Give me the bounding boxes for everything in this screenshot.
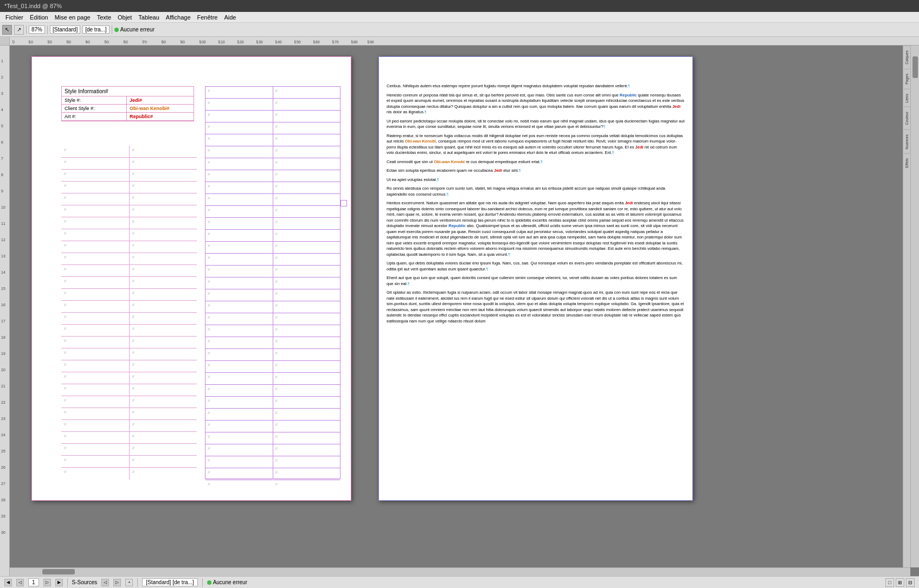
page-number-input[interactable]: 1 <box>28 578 39 586</box>
status-separator-2 <box>137 578 138 587</box>
rtick-60: 60 <box>124 40 128 44</box>
panel-tab-effets[interactable]: Effets <box>904 153 910 172</box>
sources-nav-prev[interactable]: ◁ <box>101 579 109 586</box>
right-page-text: Ceribus. Nihiliquis autem etus eatempo r… <box>387 83 685 327</box>
toolbar-separator <box>26 25 27 34</box>
panel-tab-couleur[interactable]: Couleur <box>904 107 910 130</box>
hash-rows-left: ## ## ## ## ## ## ## ## ## ## ## ## ## #… <box>61 146 197 480</box>
menu-affichage[interactable]: Affichage <box>163 14 194 21</box>
app-title: *Test_01.indd @ 87% <box>4 3 62 9</box>
para-8: Ro omnis atestiusa con rempore cum sunto… <box>387 186 685 197</box>
style-row-1: Style #: Jedi# <box>62 96 194 105</box>
tool-direct-select[interactable]: ↗ <box>14 25 24 35</box>
rtick-20: 20 <box>48 40 52 44</box>
nav-next[interactable]: ▷ <box>43 579 51 586</box>
menu-fichier[interactable]: Fichier <box>2 14 27 21</box>
panel-tab-pages[interactable]: Pages <box>904 69 910 89</box>
rtick-190: 190 <box>368 40 374 44</box>
status-bar: ◀ ◁ 1 ▷ ▶ S-Sources ◁ ▷ + [Standard] [de… <box>0 576 919 588</box>
rtick-140: 140 <box>275 40 282 44</box>
nav-prev[interactable]: ◁ <box>16 579 24 586</box>
rtick-80: 80 <box>162 40 166 44</box>
preflight-status: Aucune erreur <box>120 27 155 33</box>
page-left: Style Information# Style #: Jedi# Client… <box>31 56 351 501</box>
panel-tab-nuances[interactable]: Nuances <box>904 130 910 154</box>
style-label-2: Client Style #: <box>62 105 127 112</box>
style-row-3: Art #: Republic# <box>62 113 194 121</box>
main-area: 1 2 3 4 5 6 7 8 9 10 11 12 13 14 15 16 1… <box>0 46 919 576</box>
para-10: Upta quam, qui debis doluptatia volores … <box>387 261 685 272</box>
menu-fenetre[interactable]: Fenêtre <box>194 14 221 21</box>
menu-miseenpage[interactable]: Mise en page <box>52 14 94 21</box>
rtick-70: 70 <box>143 40 147 44</box>
view-btn-3[interactable]: ⊟ <box>906 578 915 587</box>
menu-texte[interactable]: Texte <box>94 14 114 21</box>
rtick-170: 170 <box>332 40 339 44</box>
style-label-1: Style #: <box>62 96 127 104</box>
standard-display[interactable]: [Standard] [de tra...] <box>142 578 197 586</box>
nav-next-page[interactable]: ▶ <box>55 579 63 586</box>
sources-add[interactable]: + <box>125 579 133 586</box>
rtick-100: 100 <box>200 40 206 44</box>
rtick-180: 180 <box>351 40 358 44</box>
rtick-40: 40 <box>86 40 90 44</box>
page-right: Ceribus. Nihiliquis autem etus eatempo r… <box>378 56 693 501</box>
ruler-corner <box>0 37 10 45</box>
scrollbar-horizontal[interactable] <box>10 567 910 576</box>
style-table-header: Style Information# <box>62 87 194 96</box>
style-value-2: Obi-wan Kenobi# <box>127 105 194 112</box>
para-9: Hentios excerrument. Natum quassimet am … <box>387 201 685 257</box>
rtick-120: 120 <box>237 40 244 44</box>
nav-prev-page[interactable]: ◀ <box>4 579 12 586</box>
preflight-indicator: Aucune erreur <box>207 579 247 585</box>
rtick-10: 10 <box>29 40 33 44</box>
style-label-3: Art #: <box>62 113 127 120</box>
toolbar-separator2 <box>47 25 48 34</box>
rtick-150: 150 <box>294 40 301 44</box>
right-panel: Calques Pages Liens Couleur Nuances Effe… <box>903 46 910 576</box>
para-11: Ehent aut que quo ium que solupit, quam … <box>387 275 685 287</box>
rtick-0: 0 <box>12 40 15 44</box>
ruler-h-track: 0 10 20 30 40 50 60 70 80 90 100 110 120… <box>10 37 919 45</box>
style-value-3: Republic# <box>127 113 194 120</box>
link-box <box>340 200 347 206</box>
panel-tab-liens[interactable]: Liens <box>904 89 910 107</box>
preflight-dot <box>114 28 119 32</box>
style-value-1: Jedi# <box>127 96 194 104</box>
rtick-160: 160 <box>313 40 320 44</box>
para-12: Git optatur as estio. Ihictemquam fugia … <box>387 290 685 324</box>
toolbar-separator3 <box>112 25 112 34</box>
para-5: Ceati ommodit que sim ut Obi-wan Kenobi … <box>387 159 685 165</box>
rtick-130: 130 <box>256 40 263 44</box>
title-bar: *Test_01.indd @ 87% <box>0 0 919 12</box>
ruler-vertical: 1 2 3 4 5 6 7 8 9 10 11 12 13 14 15 16 1… <box>0 46 10 576</box>
zoom-level[interactable]: 87% <box>29 25 45 34</box>
para-4: Riatemp eratur, si te nonsecum fugia vol… <box>387 133 685 156</box>
rtick-50: 50 <box>105 40 109 44</box>
menu-tableau[interactable]: Tableau <box>135 14 163 21</box>
menu-objet[interactable]: Objet <box>114 14 135 21</box>
panel-tab-calques[interactable]: Calques <box>904 46 910 69</box>
standard-style[interactable]: [Standard] <box>50 25 80 34</box>
data-columns: # # # # # # # # # # # # # # # <box>205 86 340 479</box>
menu-aide[interactable]: Aide <box>221 14 239 21</box>
scroll-thumb-v[interactable] <box>912 56 918 78</box>
tool-select[interactable]: ↖ <box>2 25 12 35</box>
view-controls: □ ⊞ ⊟ <box>885 578 915 587</box>
canvas-area[interactable]: Style Information# Style #: Jedi# Client… <box>10 46 919 576</box>
menu-edition[interactable]: Édition <box>27 14 52 21</box>
view-btn-1[interactable]: □ <box>885 578 894 587</box>
workspace-dropdown[interactable]: [de tra...] <box>82 25 109 34</box>
preflight-text: Aucune erreur <box>213 579 247 585</box>
sources-label: S-Sources <box>72 579 98 585</box>
scrollbar-vertical[interactable] <box>910 46 919 567</box>
style-row-2: Client Style #: Obi-wan Kenobi# <box>62 105 194 113</box>
sources-nav-next[interactable]: ▷ <box>113 579 121 586</box>
rtick-90: 90 <box>181 40 185 44</box>
status-separator-3 <box>202 578 203 587</box>
view-btn-2[interactable]: ⊞ <box>896 578 904 587</box>
ruler-horizontal: 0 10 20 30 40 50 60 70 80 90 100 110 120… <box>0 37 919 46</box>
scroll-thumb-h[interactable] <box>42 569 75 574</box>
status-separator-1 <box>67 578 68 587</box>
para-2: Henesto corerum ut porposa ntiati bla qu… <box>387 93 685 115</box>
